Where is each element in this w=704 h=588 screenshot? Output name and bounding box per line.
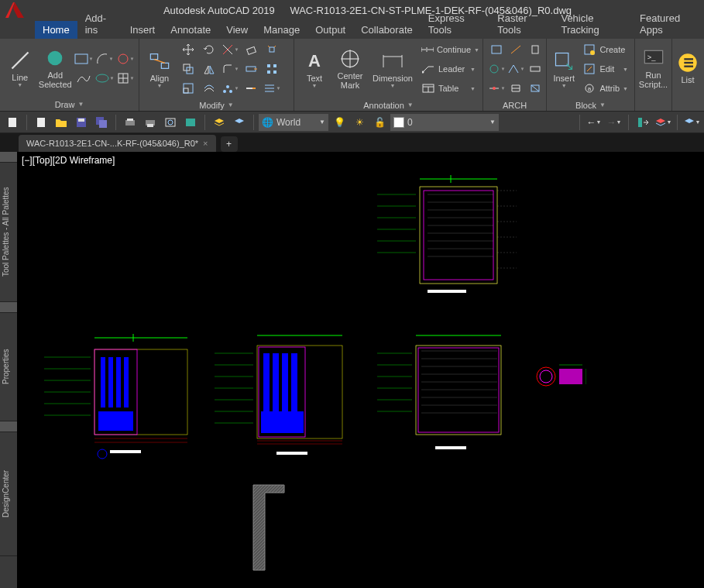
- qat-publish-icon[interactable]: [181, 113, 200, 132]
- mirror-icon[interactable]: [199, 60, 219, 78]
- add-tab-button[interactable]: +: [221, 136, 238, 152]
- palette-handle[interactable]: [0, 421, 17, 432]
- table-button[interactable]: Table▼: [418, 79, 479, 98]
- tab-manage[interactable]: Manage: [256, 21, 307, 39]
- circle-tool-icon[interactable]: ▼: [115, 50, 136, 68]
- center-mark-button[interactable]: Center Mark: [333, 41, 367, 97]
- svg-rect-9: [161, 63, 168, 68]
- move-icon[interactable]: [178, 40, 198, 59]
- insert-icon: [553, 50, 575, 72]
- qat-new-icon[interactable]: [3, 113, 22, 132]
- arch-btn-4[interactable]: ▼: [486, 60, 507, 78]
- svg-rect-118: [108, 357, 113, 407]
- arch-btn-8[interactable]: [506, 79, 526, 98]
- svg-rect-68: [684, 58, 693, 60]
- arch-btn-2[interactable]: [506, 40, 526, 59]
- palette-designcenter[interactable]: DesignCenter: [0, 432, 17, 556]
- qat-preview-icon[interactable]: [161, 113, 180, 132]
- palette-properties[interactable]: Properties: [0, 313, 17, 421]
- qat-new2-icon[interactable]: [32, 113, 50, 132]
- rectangle-icon[interactable]: ▼: [74, 50, 94, 68]
- tab-annotate[interactable]: Annotate: [163, 21, 218, 39]
- svg-line-15: [268, 46, 270, 47]
- palette-tool-palettes[interactable]: Tool Palettes - All Palettes: [0, 163, 17, 302]
- spline-icon[interactable]: [74, 69, 94, 88]
- svg-point-1: [48, 51, 63, 66]
- lock-icon[interactable]: 🔓: [370, 113, 389, 132]
- viewport-label[interactable]: [−][Top][2D Wireframe]: [22, 155, 115, 166]
- tab-output[interactable]: Output: [307, 21, 353, 39]
- create-block-button[interactable]: Create: [579, 40, 631, 59]
- file-tab[interactable]: WAC-R1013-2E1-CN-...K-RF-(045&046)_R0* ×: [19, 135, 216, 152]
- text-button[interactable]: A Text ▼: [297, 41, 331, 97]
- qat-plot-icon[interactable]: [121, 113, 139, 132]
- rotate-icon[interactable]: [199, 40, 219, 59]
- run-script-button[interactable]: >_ Run Script...: [638, 40, 668, 96]
- explode-icon[interactable]: [262, 40, 282, 59]
- qat-layer-icon[interactable]: [210, 113, 228, 132]
- qat-open-icon[interactable]: [52, 113, 70, 132]
- sun-icon[interactable]: ☀: [350, 113, 369, 132]
- insert-block-button[interactable]: Insert ▼: [550, 41, 578, 97]
- fillet-icon[interactable]: ▼: [220, 60, 240, 78]
- tab-featured[interactable]: Featured Apps: [632, 9, 704, 39]
- stretch-icon[interactable]: [241, 60, 261, 78]
- lengthen-icon[interactable]: [241, 79, 261, 98]
- tab-insert[interactable]: Insert: [122, 21, 163, 39]
- arraypath-icon[interactable]: ▼: [220, 79, 240, 98]
- join-icon[interactable]: ▼: [262, 79, 282, 98]
- tab-home[interactable]: Home: [35, 21, 77, 39]
- layers-icon[interactable]: ▼: [654, 113, 672, 132]
- qat-save-icon[interactable]: [72, 113, 91, 132]
- tab-express[interactable]: Express Tools: [421, 9, 490, 39]
- tab-addins[interactable]: Add-ins: [77, 9, 122, 39]
- offset-icon[interactable]: [199, 79, 219, 98]
- close-icon[interactable]: ×: [203, 139, 208, 148]
- palette-handle[interactable]: [0, 302, 17, 313]
- bulb-icon[interactable]: 💡: [330, 113, 349, 132]
- arch-btn-6[interactable]: [525, 60, 545, 78]
- svg-rect-150: [416, 346, 501, 435]
- qat-layerstate-icon[interactable]: [230, 113, 249, 132]
- nav-back-icon[interactable]: ←▼: [585, 113, 603, 132]
- color-dropdown[interactable]: 0 ▼: [390, 114, 499, 131]
- qat-print-icon[interactable]: [141, 113, 160, 132]
- app-logo[interactable]: [0, 0, 31, 20]
- drawing-section-2: [40, 326, 195, 462]
- arch-btn-7[interactable]: ▼: [486, 79, 507, 98]
- drawing-canvas[interactable]: [−][Top][2D Wireframe]: [17, 152, 704, 588]
- edit-block-button[interactable]: Edit▼: [579, 60, 631, 78]
- arch-btn-1[interactable]: [486, 40, 507, 59]
- nav-fwd-icon[interactable]: →▼: [605, 113, 623, 132]
- ellipse-icon[interactable]: ▼: [94, 69, 115, 88]
- continue-button[interactable]: Continue▼: [418, 40, 479, 59]
- arch-btn-5[interactable]: ▼: [506, 60, 526, 78]
- attrib-button[interactable]: aAttrib▼: [579, 79, 631, 98]
- leader-button[interactable]: Leader▼: [418, 60, 479, 78]
- hatch-icon[interactable]: ▼: [115, 69, 136, 88]
- array-icon[interactable]: [262, 60, 282, 78]
- tab-raster[interactable]: Raster Tools: [489, 9, 553, 39]
- line-button[interactable]: Line ▼: [3, 40, 37, 96]
- arch-btn-9[interactable]: [525, 79, 545, 98]
- layer-dropdown[interactable]: 🌐 World ▼: [259, 114, 328, 131]
- palette-handle[interactable]: [0, 152, 17, 163]
- qat-saveall-icon[interactable]: [92, 113, 111, 132]
- align-button[interactable]: Align ▼: [143, 41, 177, 97]
- layeriso-icon[interactable]: ▼: [682, 113, 701, 132]
- svg-rect-85: [420, 187, 497, 284]
- tab-collaborate[interactable]: Collaborate: [353, 21, 421, 39]
- match-icon[interactable]: [634, 113, 652, 132]
- tab-view[interactable]: View: [218, 21, 256, 39]
- scale-icon[interactable]: [178, 79, 198, 98]
- arc-icon[interactable]: ▼: [94, 50, 115, 68]
- dimension-button[interactable]: Dimension ▼: [369, 41, 417, 97]
- trim-icon[interactable]: ▼: [220, 40, 240, 59]
- tab-vehicle[interactable]: Vehicle Tracking: [553, 9, 632, 39]
- list-button[interactable]: List: [675, 40, 700, 96]
- drawing-detail-1: [532, 361, 586, 392]
- copy-icon[interactable]: [178, 60, 198, 78]
- erase-icon[interactable]: [241, 40, 261, 59]
- add-selected-button[interactable]: Add Selected: [39, 40, 73, 96]
- arch-btn-3[interactable]: [525, 40, 545, 59]
